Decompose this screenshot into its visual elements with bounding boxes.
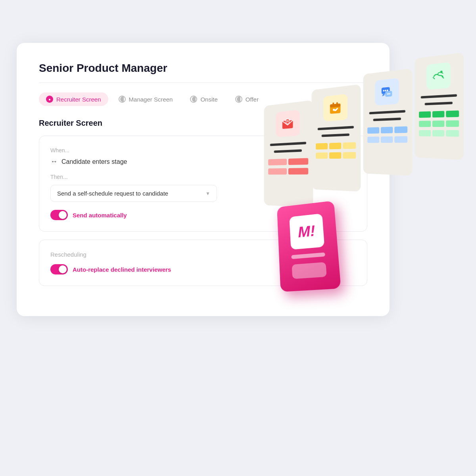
tab-onsite[interactable]: Onsite bbox=[183, 92, 225, 106]
svg-rect-12 bbox=[336, 102, 338, 105]
tab-manager-label: Manager Screen bbox=[129, 96, 173, 103]
tab-manager-icon bbox=[119, 96, 126, 103]
pink-card-line bbox=[291, 252, 325, 259]
blue-icon-box bbox=[375, 78, 399, 106]
chat-icon bbox=[379, 83, 394, 100]
chevron-down-icon: ▼ bbox=[205, 191, 210, 196]
iso-card-green bbox=[415, 52, 464, 160]
green-icon-box bbox=[426, 62, 451, 90]
tab-recruiter-label: Recruiter Screen bbox=[56, 96, 101, 103]
trigger-arrow-icon: ↔ bbox=[50, 157, 58, 166]
action-dropdown-value: Send a self-schedule request to candidat… bbox=[57, 190, 168, 197]
pink-m-card: M! bbox=[277, 201, 341, 292]
decorative-illustration: M! bbox=[238, 32, 468, 309]
trigger-text: Candidate enters stage bbox=[61, 158, 127, 165]
iso-card-yellow bbox=[312, 84, 361, 192]
iso-card-blue bbox=[363, 68, 413, 176]
handshake-icon bbox=[431, 67, 446, 84]
calendar-icon bbox=[328, 99, 343, 116]
yellow-icon-box bbox=[323, 94, 347, 121]
red-icon-box bbox=[276, 110, 300, 137]
send-automatically-label: Send automatically bbox=[73, 212, 127, 219]
pink-card-box bbox=[292, 262, 326, 279]
svg-rect-15 bbox=[286, 119, 289, 124]
envelope-icon bbox=[280, 115, 295, 132]
toggle-knob bbox=[59, 211, 67, 219]
auto-replace-label: Auto-replace declined interviewers bbox=[73, 266, 171, 273]
send-automatically-toggle[interactable] bbox=[50, 210, 68, 220]
pink-m-letter: M! bbox=[289, 213, 324, 250]
tab-onsite-label: Onsite bbox=[200, 96, 217, 103]
tab-recruiter-icon: ● bbox=[46, 96, 53, 103]
toggle-knob-2 bbox=[59, 265, 67, 273]
auto-replace-toggle[interactable] bbox=[50, 264, 68, 274]
svg-rect-11 bbox=[332, 102, 334, 106]
tab-onsite-icon bbox=[190, 96, 197, 103]
tab-manager-screen[interactable]: Manager Screen bbox=[111, 92, 180, 106]
iso-card-red bbox=[264, 100, 313, 207]
action-dropdown[interactable]: Send a self-schedule request to candidat… bbox=[50, 185, 217, 202]
tab-recruiter-screen[interactable]: ● Recruiter Screen bbox=[39, 92, 108, 106]
